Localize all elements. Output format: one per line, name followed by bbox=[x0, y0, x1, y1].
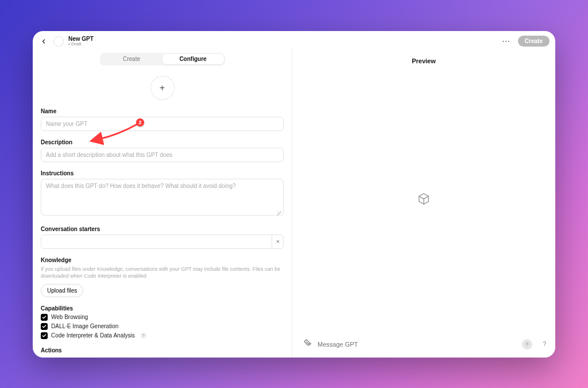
more-menu-button[interactable]: ⋯ bbox=[498, 37, 513, 46]
conversation-starter-remove-button[interactable] bbox=[272, 235, 283, 248]
instructions-input[interactable] bbox=[41, 179, 284, 216]
capability-label: Web Browsing bbox=[51, 314, 88, 320]
description-label: Description bbox=[41, 139, 284, 145]
knowledge-label: Knowledge bbox=[41, 257, 284, 263]
knowledge-help-text: If you upload files under Knowledge, con… bbox=[41, 266, 284, 279]
conversation-starter-row bbox=[41, 235, 284, 249]
checkbox-checked-icon[interactable] bbox=[41, 314, 48, 321]
preview-body bbox=[292, 64, 555, 333]
info-icon[interactable]: ? bbox=[141, 333, 146, 339]
capability-label: DALL·E Image Generation bbox=[51, 323, 118, 329]
back-button[interactable] bbox=[38, 36, 49, 47]
capability-web-browsing[interactable]: Web Browsing bbox=[41, 314, 284, 321]
capability-label: Code Interpreter & Data Analysis bbox=[51, 332, 135, 339]
app-window: New GPT • Draft ⋯ Create Create Configur… bbox=[33, 31, 555, 358]
checkbox-checked-icon[interactable] bbox=[41, 323, 48, 330]
name-label: Name bbox=[41, 108, 284, 114]
preview-title: Preview bbox=[292, 57, 555, 64]
upload-files-button[interactable]: Upload files bbox=[41, 284, 83, 297]
capabilities-label: Capabilities bbox=[41, 305, 284, 312]
topbar: New GPT • Draft ⋯ Create bbox=[33, 31, 555, 48]
checkbox-checked-icon[interactable] bbox=[41, 332, 48, 339]
help-button[interactable]: ? bbox=[543, 341, 546, 347]
page-subtitle: • Draft bbox=[68, 42, 94, 47]
page-title: New GPT bbox=[68, 36, 94, 42]
configure-form: + Name Description Instructions Conversa… bbox=[33, 66, 292, 358]
send-button[interactable] bbox=[522, 339, 532, 349]
actions-label: Actions bbox=[41, 347, 284, 354]
main: Create Configure + Name Description Inst… bbox=[33, 48, 555, 358]
conversation-starter-input[interactable] bbox=[41, 235, 272, 248]
create-button[interactable]: Create bbox=[518, 36, 550, 47]
message-row: ? bbox=[292, 333, 555, 358]
name-input[interactable] bbox=[41, 117, 284, 131]
gpt-avatar-placeholder bbox=[53, 36, 64, 47]
tab-configure[interactable]: Configure bbox=[163, 54, 224, 64]
preview-panel: Preview ? bbox=[292, 48, 555, 358]
message-input[interactable] bbox=[318, 341, 516, 348]
title-block: New GPT • Draft bbox=[68, 36, 94, 47]
cube-icon bbox=[417, 193, 430, 205]
tab-create[interactable]: Create bbox=[101, 54, 163, 64]
conversation-starters-label: Conversation starters bbox=[41, 226, 284, 232]
attachment-icon[interactable] bbox=[304, 339, 312, 349]
capabilities-list: Web Browsing DALL·E Image Generation Cod… bbox=[41, 314, 284, 339]
left-panel: Create Configure + Name Description Inst… bbox=[33, 48, 292, 358]
instructions-label: Instructions bbox=[41, 170, 284, 176]
capability-dalle[interactable]: DALL·E Image Generation bbox=[41, 323, 284, 330]
description-input[interactable] bbox=[41, 148, 284, 162]
add-image-button[interactable]: + bbox=[150, 76, 175, 100]
tab-switcher: Create Configure bbox=[100, 53, 225, 66]
capability-code-interpreter[interactable]: Code Interpreter & Data Analysis ? bbox=[41, 332, 284, 339]
